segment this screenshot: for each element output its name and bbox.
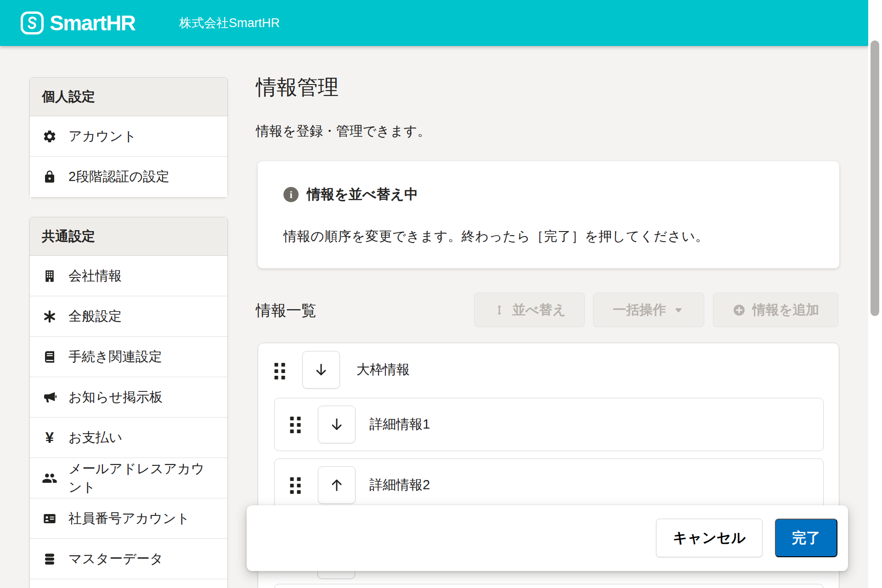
list-row-detail-1: 詳細情報1 — [274, 398, 824, 451]
yen-icon: ¥ — [42, 430, 57, 446]
brand-name: SmartHR — [50, 11, 135, 35]
move-up-button[interactable] — [318, 466, 356, 504]
lock-icon — [42, 169, 57, 185]
sorting-notice-card: i 情報を並べ替え中 情報の順序を変更できます。終わったら［完了］を押してくださ… — [258, 161, 839, 268]
sidebar-item-label: 会社情報 — [68, 267, 122, 285]
sidebar-item-two-factor[interactable]: 2段階認証の設定 — [30, 157, 227, 197]
page-description: 情報を登録・管理できます。 — [256, 122, 430, 141]
drag-handle[interactable] — [289, 476, 302, 495]
group-row-label: 大枠情報 — [356, 343, 410, 396]
list-row-clipped — [274, 584, 824, 588]
sidebar-item-payment[interactable]: ¥ お支払い — [30, 418, 227, 458]
sidebar-item-label: アカウント — [68, 127, 136, 146]
sidebar-item-label: 全般設定 — [68, 307, 122, 326]
scrollbar-track[interactable] — [868, 0, 882, 588]
gear-icon — [42, 129, 57, 144]
sidebar-section-title-personal: 個人設定 — [30, 78, 227, 116]
bulk-action-button[interactable]: 一括操作 — [593, 293, 704, 327]
notice-title: 情報を並べ替え中 — [307, 185, 418, 204]
sidebar-item-label: お知らせ掲示板 — [68, 388, 163, 407]
sidebar-section-title-common: 共通設定 — [30, 217, 227, 256]
sidebar-item-label: お支払い — [68, 429, 122, 447]
building-icon — [42, 268, 57, 284]
id-card-icon — [42, 511, 57, 526]
list-row-detail-2: 詳細情報2 — [274, 458, 824, 512]
move-down-button[interactable] — [302, 351, 340, 389]
sidebar-item-label: マスターデータ — [68, 550, 163, 568]
arrow-down-icon — [312, 361, 330, 379]
database-icon — [42, 551, 57, 567]
tenant-name: 株式会社SmartHR — [179, 0, 280, 46]
arrow-down-icon — [328, 416, 345, 433]
app-header: SmartHR 株式会社SmartHR — [0, 0, 868, 46]
list-row-label: 詳細情報1 — [369, 398, 430, 451]
cancel-button[interactable]: キャンセル — [656, 519, 763, 557]
sidebar-item-master-data[interactable]: マスターデータ — [30, 539, 227, 579]
plus-circle-icon — [732, 303, 746, 317]
smarthr-logo[interactable]: SmartHR — [20, 11, 135, 35]
sidebar-item-label: 手続き関連設定 — [68, 348, 162, 366]
sidebar-personal-settings: 個人設定 アカウント 2段階認証の設定 — [29, 77, 228, 198]
sidebar-item-label: 社員番号アカウント — [68, 509, 190, 528]
page-title: 情報管理 — [256, 74, 339, 101]
sidebar-item-general-settings[interactable]: 全般設定 — [30, 296, 227, 337]
book-icon — [42, 349, 57, 365]
page: SmartHR 株式会社SmartHR 個人設定 アカウント 2段階認証の設定 … — [0, 0, 882, 588]
smarthr-logo-icon — [20, 11, 44, 35]
users-icon — [42, 470, 57, 486]
chevron-down-icon — [673, 304, 684, 316]
sidebar-item-employee-number-accounts[interactable]: 社員番号アカウント — [30, 498, 227, 539]
sidebar-item-announcement-board[interactable]: お知らせ掲示板 — [30, 377, 227, 418]
sidebar-item-company-info[interactable]: 会社情報 — [30, 256, 227, 296]
bulk-action-label: 一括操作 — [613, 301, 666, 319]
sidebar-item-email-accounts[interactable]: メールアドレスアカウント — [30, 458, 227, 498]
sort-updown-icon — [493, 304, 506, 317]
scrollbar-thumb[interactable] — [871, 40, 879, 316]
list-heading: 情報一覧 — [256, 300, 317, 321]
sidebar-item-procedure-settings[interactable]: 手続き関連設定 — [30, 337, 227, 377]
drag-handle[interactable] — [273, 362, 286, 380]
list-row-label: 詳細情報2 — [369, 459, 430, 511]
asterisk-icon — [42, 309, 57, 324]
notice-body: 情報の順序を変更できます。終わったら［完了］を押してください。 — [283, 227, 709, 246]
add-info-button[interactable]: 情報を追加 — [713, 293, 838, 327]
add-info-label: 情報を追加 — [752, 301, 820, 319]
sidebar-item-clipped — [30, 579, 227, 588]
info-icon: i — [283, 187, 299, 202]
move-down-button[interactable] — [318, 406, 356, 443]
sidebar-item-label: メールアドレスアカウント — [68, 460, 215, 497]
done-button[interactable]: 完了 — [775, 519, 837, 557]
sidebar-common-settings: 共通設定 会社情報 全般設定 手続き関連設定 お知らせ掲示板 — [29, 217, 228, 588]
megaphone-icon — [42, 390, 57, 405]
sort-button-label: 並べ替え — [512, 301, 566, 319]
arrow-up-icon — [328, 476, 345, 494]
sort-button[interactable]: 並べ替え — [474, 293, 585, 327]
drag-handle[interactable] — [289, 416, 302, 434]
sort-action-bar: キャンセル 完了 — [247, 505, 848, 571]
sidebar-item-label: 2段階認証の設定 — [68, 168, 170, 186]
sidebar-item-account[interactable]: アカウント — [30, 116, 227, 157]
